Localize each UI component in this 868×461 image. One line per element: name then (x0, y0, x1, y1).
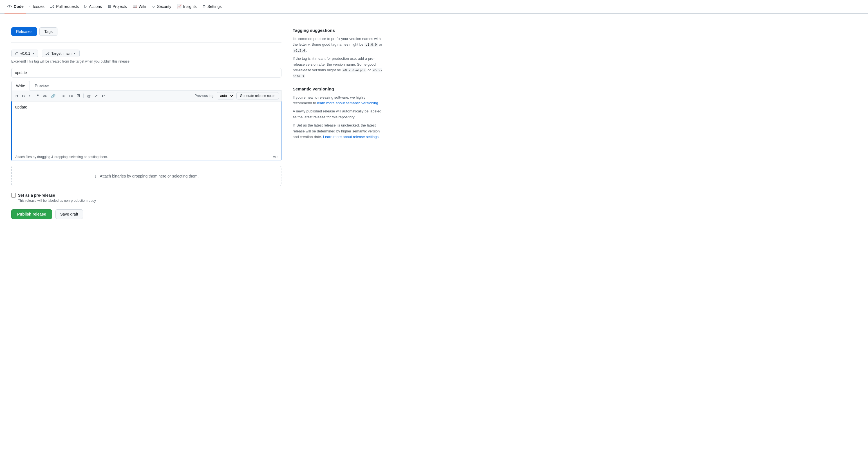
toolbar-numbered-btn[interactable]: 1≡ (67, 93, 74, 99)
settings-icon: ⚙ (203, 4, 206, 8)
prerelease-checkbox[interactable] (11, 193, 16, 198)
nav-settings-label: Settings (208, 4, 222, 9)
toolbar-bold-btn[interactable]: B (20, 93, 26, 99)
attach-arrow-icon: ↓ (94, 173, 97, 179)
target-selector[interactable]: ⎇ Target: main ▼ (42, 50, 80, 57)
editor-toolbar: H B I ❝ <> 🔗 ≡ 1≡ ☑ @ ↗ ↩ Previous tag: … (11, 90, 281, 102)
nav-issues-label: Issues (33, 4, 44, 9)
toolbar-heading-btn[interactable]: H (14, 93, 20, 99)
semantic-versioning-link[interactable]: learn more about semantic versioning. (317, 101, 379, 105)
tag-hint: Excellent! This tag will be created from… (11, 59, 281, 63)
editor-footer: Attach files by dragging & dropping, sel… (12, 153, 281, 161)
code-icon: </> (7, 4, 12, 8)
toolbar-undo-btn[interactable]: ↩ (100, 93, 106, 99)
nav-insights-label: Insights (183, 4, 197, 9)
release-tabs: Releases Tags (11, 27, 281, 36)
release-settings-link[interactable]: Learn more about release settings. (323, 135, 380, 139)
actions-icon: ▷ (85, 4, 87, 8)
tags-tab-btn[interactable]: Tags (39, 27, 57, 36)
insights-icon: 📈 (177, 4, 182, 8)
nav-item-pull-requests[interactable]: ⎇ Pull requests (48, 0, 81, 13)
tag-row: 🏷 v0.0.1 ▼ ⎇ Target: main ▼ (11, 50, 281, 57)
prev-tag-select[interactable]: auto (217, 92, 234, 99)
prerelease-label[interactable]: Set as a pre-release (18, 193, 55, 198)
target-branch-icon: ⎇ (45, 51, 50, 56)
tag-selector[interactable]: 🏷 v0.0.1 ▼ (11, 50, 38, 57)
editor-textarea[interactable]: update (12, 102, 281, 152)
sidebar: Tagging suggestions It's common practice… (293, 27, 383, 219)
nav-item-code[interactable]: </> Code (4, 0, 26, 13)
nav-pr-label: Pull requests (56, 4, 79, 9)
editor-wrapper: update Attach files by dragging & droppi… (11, 102, 281, 161)
sidebar-tagging-text1: It's common practice to prefix your vers… (293, 36, 383, 54)
prev-tag-label: Previous tag: (195, 94, 214, 98)
sidebar-tagging-title: Tagging suggestions (293, 27, 383, 34)
publish-release-btn[interactable]: Publish release (11, 209, 52, 219)
prerelease-hint: This release will be labeled as non-prod… (18, 199, 281, 203)
nav-item-security[interactable]: 🛡 Security (150, 0, 174, 13)
generate-release-notes-btn[interactable]: Generate release notes (237, 92, 279, 99)
attach-binaries-hint: Attach binaries by dropping them here or… (100, 174, 199, 178)
tag-icon: 🏷 (15, 51, 19, 56)
nav-item-insights[interactable]: 📈 Insights (175, 0, 199, 13)
nav-security-label: Security (157, 4, 172, 9)
nav-wiki-label: Wiki (139, 4, 146, 9)
sidebar-semantic: Semantic versioning If you're new to rel… (293, 86, 383, 140)
toolbar-divider-3 (83, 93, 84, 98)
nav-code-label: Code (14, 4, 24, 9)
sidebar-tagging-text2: If the tag isn't meant for production us… (293, 56, 383, 79)
nav-item-settings[interactable]: ⚙ Settings (200, 0, 224, 13)
sidebar-tagging: Tagging suggestions It's common practice… (293, 27, 383, 79)
toolbar-task-btn[interactable]: ☑ (75, 93, 82, 99)
tag-dropdown-arrow: ▼ (32, 52, 35, 55)
main-content: Releases Tags 🏷 v0.0.1 ▼ ⎇ Target: main … (11, 27, 281, 219)
release-title-input[interactable] (11, 68, 281, 78)
toolbar-right: Previous tag: auto Generate release note… (195, 92, 279, 99)
toolbar-mention-btn[interactable]: @ (85, 93, 92, 99)
target-dropdown-arrow: ▼ (73, 52, 76, 55)
nav-actions-label: Actions (89, 4, 102, 9)
nav-item-projects[interactable]: ▦ Projects (105, 0, 129, 13)
preview-tab[interactable]: Preview (30, 81, 54, 90)
toolbar-ref-btn[interactable]: ↗ (93, 93, 99, 99)
attach-files-hint: Attach files by dragging & dropping, sel… (15, 155, 108, 159)
nav-projects-label: Projects (113, 4, 127, 9)
projects-icon: ▦ (107, 4, 111, 8)
wiki-icon: 📖 (132, 4, 137, 8)
page-container: Releases Tags 🏷 v0.0.1 ▼ ⎇ Target: main … (0, 21, 394, 226)
toolbar-divider-1 (33, 93, 33, 98)
sidebar-semantic-text1: If you're new to releasing software, we … (293, 95, 383, 107)
tag-value: v0.0.1 (20, 51, 30, 56)
toolbar-code-btn[interactable]: <> (41, 93, 49, 99)
markdown-icon: MD (273, 155, 278, 159)
nav-item-actions[interactable]: ▷ Actions (82, 0, 104, 13)
security-icon: 🛡 (152, 4, 155, 8)
toolbar-link-btn[interactable]: 🔗 (49, 93, 57, 99)
sidebar-semantic-title: Semantic versioning (293, 86, 383, 92)
publish-row: Publish release Save draft (11, 209, 281, 219)
attach-binaries-area[interactable]: ↓ Attach binaries by dropping them here … (11, 166, 281, 186)
write-tab[interactable]: Write (11, 81, 30, 90)
issues-icon: ○ (29, 4, 32, 8)
nav-item-wiki[interactable]: 📖 Wiki (130, 0, 148, 13)
sidebar-semantic-text2: A newly published release will automatic… (293, 109, 383, 120)
save-draft-btn[interactable]: Save draft (56, 209, 83, 219)
pr-icon: ⎇ (50, 4, 54, 8)
prerelease-section: Set as a pre-release This release will b… (11, 193, 281, 203)
releases-tab-btn[interactable]: Releases (11, 27, 37, 36)
nav-bar: </> Code ○ Issues ⎇ Pull requests ▷ Acti… (0, 0, 868, 13)
toolbar-quote-btn[interactable]: ❝ (35, 93, 40, 99)
nav-item-issues[interactable]: ○ Issues (27, 0, 47, 13)
target-value: Target: main (51, 51, 71, 56)
toolbar-italic-btn[interactable]: I (27, 93, 32, 99)
editor-tabs: Write Preview (11, 81, 281, 90)
prerelease-row: Set as a pre-release (11, 193, 281, 198)
toolbar-bullets-btn[interactable]: ≡ (61, 93, 66, 99)
sidebar-semantic-text3: If 'Set as the latest release' is unchec… (293, 122, 383, 140)
